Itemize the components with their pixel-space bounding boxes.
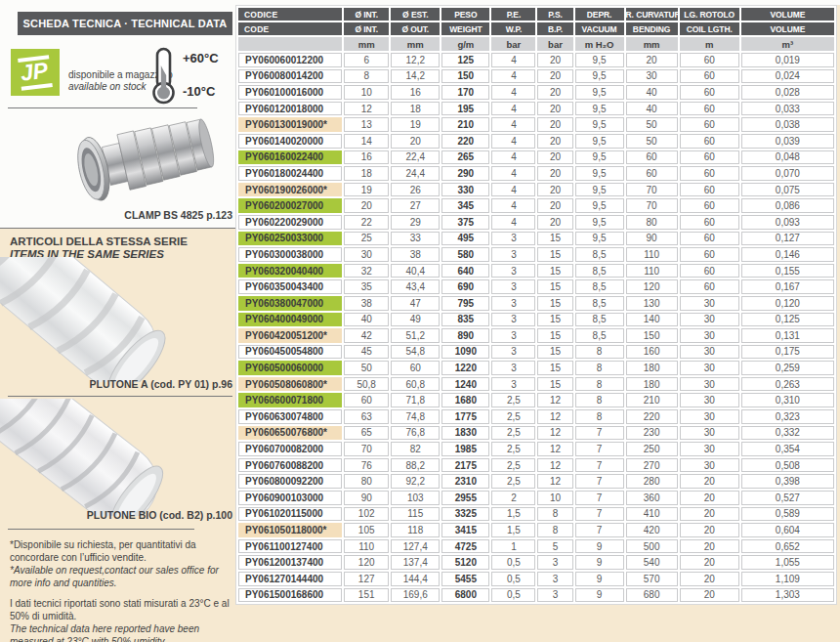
value-cell: 74,8: [391, 409, 440, 424]
table-row: PY060508060800*50,860,812403158180300,26…: [238, 377, 834, 392]
value-cell: 680: [626, 588, 678, 603]
value-cell: 3: [491, 328, 535, 343]
value-cell: 30: [680, 361, 739, 375]
value-cell: 12: [537, 426, 572, 441]
value-cell: 60: [680, 53, 739, 67]
value-cell: 60: [680, 198, 739, 213]
thermometer-icon: [147, 46, 182, 105]
column-header: BENDING: [626, 22, 678, 35]
value-cell: 20: [537, 69, 572, 84]
value-cell: 30: [680, 442, 739, 456]
value-cell: 9: [575, 572, 624, 586]
value-cell: 7: [575, 523, 624, 537]
value-cell: 180: [626, 377, 678, 392]
value-cell: 15: [537, 264, 572, 278]
value-cell: 20: [391, 134, 440, 149]
value-cell: 160: [626, 345, 678, 360]
code-cell: PY060130019000*: [238, 117, 342, 132]
code-cell: PY060120018000: [238, 102, 342, 116]
value-cell: 29: [391, 215, 440, 230]
value-cell: 8: [575, 393, 624, 407]
value-cell: 60: [680, 134, 739, 149]
code-cell: PY060250033000: [238, 232, 342, 246]
table-row: PY06014002000014202204209,550600,039: [238, 134, 834, 149]
footnote-measured-en: The technical data here reported have be…: [10, 623, 232, 642]
code-cell: PY060420051200*: [238, 328, 342, 343]
temp-max: +60°C: [183, 51, 219, 65]
value-cell: 2,5: [491, 442, 535, 456]
value-cell: 33: [391, 232, 440, 246]
value-cell: 570: [626, 572, 678, 586]
value-cell: 4: [491, 215, 535, 230]
technical-data-table: CODICEØ INT.Ø EST.PESOP.E.P.S.DEPR.R. CU…: [236, 6, 836, 604]
value-cell: 16: [344, 150, 389, 165]
value-cell: 90: [344, 491, 389, 505]
code-cell: PY060450054800: [238, 345, 342, 360]
value-cell: 9,5: [575, 102, 624, 116]
footnote-measured-it: I dati tecnici riportati sono stati misu…: [10, 597, 232, 622]
value-cell: 120: [626, 279, 678, 294]
code-cell: PY060190026000*: [238, 183, 342, 197]
value-cell: 690: [441, 279, 489, 294]
code-cell: PY060400049000: [238, 313, 342, 327]
value-cell: 2955: [441, 491, 489, 505]
value-cell: 7: [575, 507, 624, 522]
value-cell: 10: [537, 491, 572, 505]
value-cell: 1220: [441, 361, 489, 375]
value-cell: 20: [537, 183, 572, 197]
column-header: LG. ROTOLO: [680, 8, 739, 21]
code-cell: PY060350043400: [238, 279, 342, 294]
table-header-row: CODEØ INT.Ø OUT.WEIGHTW.P.B.P.VACUUMBEND…: [238, 22, 834, 35]
value-cell: 70: [626, 198, 678, 213]
value-cell: 8: [537, 523, 572, 537]
code-cell: PY060100016000: [238, 85, 342, 100]
footnote-request-it: *Disponibile su richiesta, per quantitat…: [10, 538, 232, 564]
value-cell: 0,155: [741, 264, 834, 278]
value-cell: 60: [680, 279, 739, 294]
value-cell: 7: [575, 491, 624, 505]
value-cell: 80: [626, 215, 678, 230]
value-cell: 20: [680, 523, 739, 537]
code-cell: PY061270144400: [238, 572, 342, 586]
value-cell: 20: [626, 53, 678, 67]
value-cell: 50,8: [344, 377, 389, 392]
value-cell: 7: [575, 474, 624, 489]
value-cell: 144,4: [391, 572, 440, 586]
value-cell: 3: [491, 361, 535, 375]
jp-logo: JP: [11, 49, 60, 96]
value-cell: 15: [537, 296, 572, 311]
value-cell: 280: [626, 474, 678, 489]
value-cell: 92,2: [391, 474, 440, 489]
value-cell: 127,4: [391, 539, 440, 554]
value-cell: 151: [344, 588, 389, 603]
value-cell: 9,5: [575, 183, 624, 197]
value-cell: 20: [537, 53, 572, 67]
unit-cell: mm: [626, 37, 678, 51]
code-cell: PY060180024400: [238, 166, 342, 181]
value-cell: 19: [391, 117, 440, 132]
value-cell: 15: [537, 313, 572, 327]
value-cell: 60: [680, 166, 739, 181]
code-cell: PY060200027000: [238, 198, 342, 213]
value-cell: 76: [344, 458, 389, 473]
value-cell: 8: [575, 361, 624, 375]
code-cell: PY061020115000: [238, 507, 342, 522]
column-header: Ø EST.: [391, 8, 440, 21]
value-cell: 4: [491, 150, 535, 165]
value-cell: 60: [680, 85, 739, 100]
value-cell: 60: [680, 69, 739, 84]
divider: [8, 396, 232, 397]
value-cell: 1830: [441, 426, 489, 441]
value-cell: 8,5: [575, 279, 624, 294]
table-row: PY06022002900022293754209,580600,093: [238, 215, 834, 230]
column-header: VOLUME: [741, 22, 834, 35]
table-row: PY0603200404003240,46403158,5110600,155: [238, 264, 834, 278]
column-header: Ø INT.: [344, 22, 389, 35]
code-cell: PY060080014200: [238, 69, 342, 84]
value-cell: 1240: [441, 377, 489, 392]
value-cell: 13: [344, 117, 389, 132]
value-cell: 50: [344, 361, 389, 375]
value-cell: 1,055: [741, 555, 834, 570]
value-cell: 12: [537, 409, 572, 424]
value-cell: 14: [344, 134, 389, 149]
